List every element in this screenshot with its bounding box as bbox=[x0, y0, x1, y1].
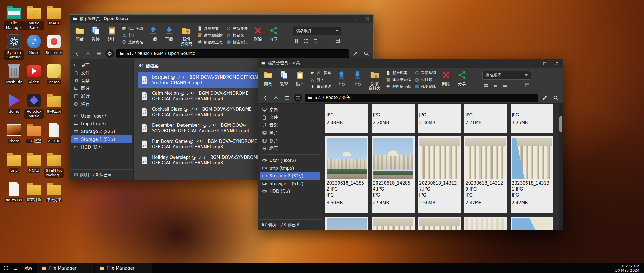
toolbar-button[interactable]: 分享 bbox=[267, 25, 280, 46]
file-row[interactable]: bosquet @ フリーBGM DOVA-SYNDROME OFFICIAL … bbox=[138, 72, 273, 88]
edit-path-button[interactable] bbox=[351, 49, 360, 58]
view-panel-button[interactable] bbox=[523, 82, 531, 88]
view-grid-button[interactable] bbox=[293, 38, 300, 44]
toolbar-button[interactable]: 複製 bbox=[89, 25, 102, 46]
titlebar[interactable]: 檔案管理員 - 奇美 — □ × bbox=[258, 59, 563, 68]
sidebar-place-item[interactable]: 影片 bbox=[71, 92, 132, 100]
desktop-icon[interactable]: demo bbox=[4, 92, 24, 122]
file-row[interactable]: Cocktail Glass @ フリーBGM DOVA-SYNDROME OF… bbox=[138, 104, 273, 120]
toolbar-mini-button[interactable]: 解壓縮至此 bbox=[197, 40, 223, 45]
close-button[interactable]: × bbox=[551, 59, 563, 68]
toolbar-mini-button[interactable]: 重新整理 bbox=[226, 26, 248, 31]
sidebar-drive-item[interactable]: tmp (tmp:/) bbox=[71, 120, 132, 128]
photo-card[interactable] bbox=[418, 217, 461, 230]
minimize-button[interactable]: — bbox=[527, 59, 539, 68]
toolbar-button[interactable]: 新增 資料夾 bbox=[179, 25, 194, 46]
sidebar-drive-item[interactable]: tmp (tmp:/) bbox=[260, 164, 320, 172]
photo-card[interactable] bbox=[511, 217, 553, 230]
desktop-icon[interactable]: Music bbox=[24, 33, 44, 63]
toolbar-mini-button[interactable]: 建立壓縮檔 bbox=[197, 33, 223, 38]
photo-card[interactable] bbox=[464, 217, 507, 230]
sidebar-drive-item[interactable]: User (user:/) bbox=[260, 157, 320, 164]
toolbar-button[interactable]: 分享 bbox=[456, 70, 468, 90]
photo-card[interactable]: 20230618_142854.JPG JPG 2.94MB bbox=[372, 136, 415, 213]
toolbar-mini-button[interactable]: 新增檔案 bbox=[197, 26, 223, 31]
taskbar-app-button[interactable]: File Manager bbox=[37, 263, 94, 273]
desktop-icon[interactable]: notes.txt bbox=[4, 181, 24, 210]
sort-dropdown[interactable]: 檔名順序 bbox=[482, 71, 531, 80]
scrollbar[interactable] bbox=[559, 104, 563, 230]
maximize-button[interactable]: □ bbox=[349, 15, 361, 23]
toolbar-mini-button[interactable]: 根目錄 bbox=[226, 33, 248, 38]
photo-card[interactable]: JPG 3.25MB bbox=[511, 104, 553, 133]
up-button[interactable] bbox=[272, 94, 281, 102]
toolbar-mini-button[interactable]: 剪下 bbox=[122, 33, 143, 38]
photo-card[interactable]: JPG 2.30MB bbox=[418, 104, 461, 133]
desktop-icon[interactable]: 創作工具 bbox=[44, 92, 64, 122]
sidebar-place-item[interactable]: 文件 bbox=[260, 114, 320, 121]
menu-button[interactable] bbox=[283, 94, 291, 102]
photo-card[interactable]: 20230618_143131.JPG JPG 2.47MB bbox=[511, 136, 553, 213]
view-compact-button[interactable] bbox=[312, 38, 319, 44]
desktop-icon[interactable]: Videa bbox=[24, 63, 44, 92]
toolbar-mini-button[interactable]: 檔案資訊 bbox=[226, 40, 248, 45]
toolbar-button[interactable]: 貼上 bbox=[105, 25, 118, 46]
view-detail-button[interactable] bbox=[492, 82, 499, 88]
toolbar-button[interactable]: 開啟 bbox=[73, 25, 86, 46]
minimize-button[interactable]: — bbox=[337, 15, 349, 23]
taskbar-clock[interactable]: 06:37 PM 30 May 2024 bbox=[615, 264, 642, 272]
sidebar-drive-item[interactable]: HDD (D:/) bbox=[71, 143, 132, 151]
sidebar-place-item[interactable]: 桌面 bbox=[71, 62, 132, 69]
toolbar-button[interactable]: 複製 bbox=[278, 70, 290, 90]
desktop-icon[interactable]: MAGI bbox=[44, 4, 64, 33]
desktop-icon[interactable]: System Slitting bbox=[4, 33, 24, 63]
toolbar-button[interactable]: 刪除 bbox=[251, 25, 264, 46]
sidebar-drive-item[interactable]: Storage 1 (S1:/) bbox=[71, 135, 132, 143]
toolbar-button[interactable]: 開啟 bbox=[262, 70, 274, 90]
sidebar-place-item[interactable]: 圖片 bbox=[260, 129, 320, 137]
view-compact-button[interactable] bbox=[501, 82, 509, 88]
desktop-icon[interactable]: Holodex Music bbox=[24, 92, 44, 122]
toolbar-mini-button[interactable]: 以...開啟 bbox=[122, 26, 143, 31]
maximize-button[interactable]: □ bbox=[539, 59, 551, 68]
desktop-icon[interactable]: Recorder bbox=[44, 33, 64, 63]
photo-card[interactable]: JPG 2.71MB bbox=[464, 104, 507, 133]
sidebar-place-item[interactable]: 網頁 bbox=[260, 145, 320, 152]
sidebar-place-item[interactable]: 網頁 bbox=[71, 100, 132, 108]
desktop-icon[interactable]: Music Bank bbox=[24, 4, 44, 33]
toolbar-button[interactable]: 貼上 bbox=[294, 70, 306, 90]
up-button[interactable] bbox=[84, 49, 92, 58]
taskbar-app-button[interactable]: File Manager bbox=[95, 263, 152, 273]
desktop-icon[interactable]: File Manager bbox=[4, 4, 24, 33]
settings-button[interactable] bbox=[294, 94, 302, 102]
desktop-icon[interactable]: tmp bbox=[4, 151, 24, 181]
desktop-icon[interactable]: 學校分享 bbox=[44, 181, 64, 210]
toolbar-button[interactable]: 上載 bbox=[147, 25, 159, 46]
search-button[interactable] bbox=[362, 49, 371, 58]
toolbar-mini-button[interactable]: 新增檔案 bbox=[386, 70, 411, 76]
back-button[interactable] bbox=[261, 94, 270, 102]
sidebar-place-item[interactable]: 音樂 bbox=[260, 121, 320, 129]
toolbar-mini-button[interactable]: 重新命名 bbox=[310, 84, 331, 89]
sidebar-place-item[interactable]: 桌面 bbox=[260, 106, 320, 114]
sidebar-drive-item[interactable]: HDD (D:/) bbox=[260, 187, 320, 195]
toolbar-button[interactable]: 下載 bbox=[163, 25, 175, 46]
sidebar-drive-item[interactable]: Storage 1 (S1:/) bbox=[260, 180, 320, 187]
file-row[interactable]: Calm Motion @ フリーBGM DOVA-SYNDROME OFFIC… bbox=[138, 88, 273, 104]
app-launcher-button[interactable] bbox=[2, 264, 10, 272]
sidebar-place-item[interactable]: 文件 bbox=[71, 69, 132, 77]
toolbar-button[interactable]: 上載 bbox=[335, 70, 348, 90]
toolbar-mini-button[interactable]: 建立壓縮檔 bbox=[386, 77, 411, 82]
sidebar-drive-item[interactable]: User (user:/) bbox=[71, 112, 132, 120]
toolbar-mini-button[interactable]: 剪下 bbox=[310, 77, 331, 82]
desktop-icon[interactable]: 3D 模型 bbox=[24, 122, 44, 151]
desktop-icon[interactable]: Photo bbox=[4, 122, 24, 151]
sidebar-place-item[interactable]: 圖片 bbox=[71, 85, 132, 92]
toolbar-mini-button[interactable]: 解壓縮至此 bbox=[386, 84, 411, 89]
toolbar-button[interactable]: 新增 資料夾 bbox=[367, 70, 382, 90]
file-row[interactable]: Holiday Overslept @ フリーBGM DOVA-SYNDROME… bbox=[138, 152, 273, 168]
view-detail-button[interactable] bbox=[302, 38, 310, 44]
desktop-icon[interactable]: Trash Bin bbox=[4, 63, 24, 92]
toolbar-mini-button[interactable]: 重新整理 bbox=[415, 70, 436, 76]
desktop-icon[interactable]: 圓夢計劃 bbox=[24, 181, 44, 210]
